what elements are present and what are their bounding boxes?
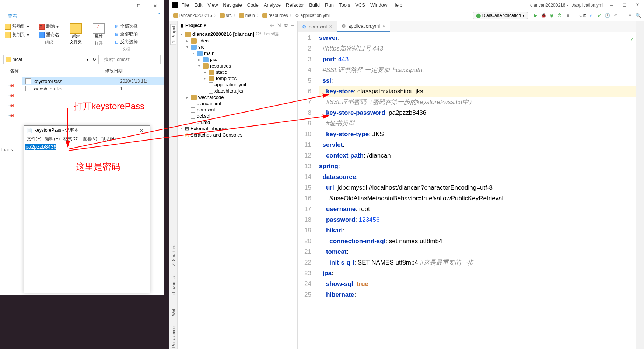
coverage-button[interactable]: ◉ [549,13,554,18]
move-to-button[interactable]: 移动到 ▾ [3,23,31,30]
column-name[interactable]: 名称 [3,68,105,74]
tree-node[interactable]: xiaoshitou.jks [178,88,297,94]
menu-help[interactable]: 帮助(H) [101,136,116,142]
tab-favorites[interactable]: 2: Favorites [171,275,176,299]
new-folder-button[interactable]: 新建 文件夹 [67,23,84,45]
breadcrumb-item[interactable]: resources [262,13,289,18]
close-button[interactable]: ✕ [147,0,164,11]
project-tree[interactable]: ▾diancan20200216 [diancan] C:\Users\编▸.i… [178,30,297,349]
select-all-button[interactable]: ⊞全部选择 [113,23,139,30]
tree-node[interactable]: ▾diancan20200216 [diancan] C:\Users\编 [178,31,297,38]
copy-to-button[interactable]: 复制到 ▾ [3,31,31,39]
tree-node[interactable]: ◎Scratches and Consoles [178,132,297,138]
properties-button[interactable]: ✓ 属性 [91,23,107,40]
select-none-button[interactable]: ⊟全部取消 [113,30,139,38]
pin-icon[interactable]: 📌 [8,82,15,89]
menu-build[interactable]: Build [307,1,322,8]
close-button[interactable]: ✕ [633,2,642,8]
minimize-button[interactable]: ─ [114,0,130,11]
tree-node[interactable]: diancan.iml [178,100,297,107]
menu-edit[interactable]: Edit [192,1,204,8]
pin-icon[interactable]: 📌 [8,112,15,119]
run-config-selector[interactable]: ⬤ DianCanApplication ▾ [473,12,528,19]
tree-node[interactable]: ▾resources [178,63,297,69]
search-button[interactable]: 🔍 [635,13,641,18]
maximize-button[interactable]: ☐ [620,2,629,8]
tree-node[interactable]: ▾src [178,44,297,50]
tree-node[interactable]: ▸wechatcode [178,94,297,100]
sync-button[interactable]: ⊞ [627,13,633,18]
collapse-icon[interactable]: ⇲ [277,23,281,28]
rename-button[interactable]: 重命名 [37,31,61,39]
code-content[interactable]: server: #https加密端口号 443 port: 443 #SSL证书… [316,32,636,349]
pin-icon[interactable]: 📌 [8,92,15,99]
menu-help[interactable]: Help [390,1,405,8]
close-button[interactable]: ✕ [136,128,147,133]
tree-node[interactable]: ▸templates [178,75,297,82]
close-tab-icon[interactable]: ✕ [329,24,332,29]
breadcrumb-item[interactable]: src [219,13,232,18]
file-row[interactable]: xiaoshitou.jks1: [22,85,164,92]
delete-button[interactable]: ✕删除 ▾ [37,23,61,30]
inspection-ok-icon[interactable]: ✓ [630,34,634,45]
tree-node[interactable]: qcl.sql [178,113,297,119]
minimize-button[interactable]: ─ [608,2,616,8]
maximize-button[interactable]: ☐ [123,128,134,133]
chevron-down-icon[interactable]: ▾ [204,23,206,28]
menu-run[interactable]: Run [323,1,336,8]
editor-tab[interactable]: ⚙application.yml✕ [337,21,390,32]
menu-file[interactable]: File [179,1,191,8]
tab-project[interactable]: 1: Project [170,24,176,45]
breadcrumb-item[interactable]: iancan20200216 [172,13,213,18]
menu-format[interactable]: 格式(O) [63,136,78,142]
git-history-button[interactable]: 🕐 [605,13,610,18]
tab-persistence[interactable]: Persistence [171,325,176,349]
minimize-button[interactable]: ─ [109,128,120,133]
downloads-folder-label[interactable]: loads [0,146,14,153]
git-revert-button[interactable]: ↶ [613,13,619,18]
scroll-from-source-icon[interactable]: ⊕ [270,23,274,28]
menu-tools[interactable]: Tools [337,1,352,8]
column-date[interactable]: 修改日期 [105,68,123,74]
tree-node[interactable]: application.yml [178,82,297,88]
tree-node[interactable]: ▸⊞External Libraries [178,125,297,132]
tree-node[interactable]: url.md [178,119,297,125]
tab-web[interactable]: Web [171,306,176,317]
profile-button[interactable]: ⏱ [557,13,563,18]
tree-node[interactable]: ▸.idea [178,38,297,44]
menu-vcs[interactable]: VCS [353,1,367,8]
pin-icon[interactable]: 📌 [8,102,15,109]
menu-edit[interactable]: 编辑(E) [45,136,60,142]
ribbon-collapse-icon[interactable]: ˄ [158,12,161,20]
breadcrumb-item[interactable]: ⚙application.yml [294,13,330,18]
hide-icon[interactable]: ─ [291,23,294,28]
address-input[interactable]: mcat ▾ ↻ [3,55,99,64]
file-row[interactable]: keystorePass2020/3/13 11: [22,77,164,85]
invert-selection-button[interactable]: ⊡反向选择 [113,38,139,46]
menu-window[interactable]: Window [368,1,389,8]
maximize-button[interactable]: ☐ [130,0,147,11]
menu-view[interactable]: View [205,1,220,8]
menu-refactor[interactable]: Refactor [284,1,306,8]
tab-structure[interactable]: Z: Structure [171,243,176,267]
search-input[interactable] [102,55,161,64]
ribbon-tab-view[interactable]: 查看 [3,12,22,20]
menu-analyze[interactable]: Analyze [262,1,283,8]
tree-node[interactable]: ▾main [178,50,297,56]
notepad-content[interactable]: pa2pzzb8436 [24,143,150,151]
tree-node[interactable]: ▸java [178,56,297,63]
tree-node[interactable]: ▸static [178,69,297,75]
menu-view[interactable]: 查看(V) [83,136,97,142]
stop-button[interactable]: ■ [565,13,571,18]
menu-navigate[interactable]: Navigate [221,1,244,8]
code-editor[interactable]: 1234567891011121314151617181920212223242… [298,32,636,349]
run-button[interactable]: ▶ [532,13,538,18]
tree-node[interactable]: pom.xml [178,107,297,113]
git-update-button[interactable]: ✓ [588,13,594,18]
settings-icon[interactable]: ✿ [284,23,288,28]
git-commit-button[interactable]: ↙ [596,13,602,18]
close-tab-icon[interactable]: ✕ [382,24,385,28]
menu-file[interactable]: 文件(F) [27,136,41,142]
debug-button[interactable]: 🐞 [540,13,546,18]
breadcrumb-item[interactable]: main [238,13,256,18]
